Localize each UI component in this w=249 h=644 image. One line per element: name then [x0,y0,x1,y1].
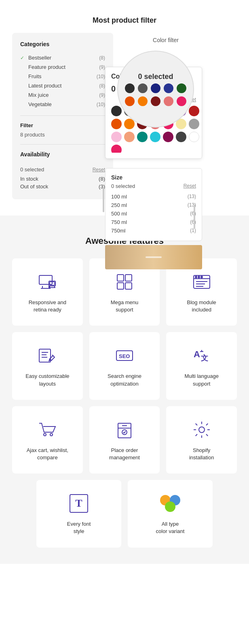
availability-selected: 0 selected [20,166,44,173]
size-name: 250 ml [111,202,127,208]
scroll-indicator [194,205,195,229]
feature-label: Ajax cart, wishlist,compare [27,447,68,461]
category-item[interactable]: ✓ Feature product (9) [20,62,105,72]
svg-point-32 [44,433,46,436]
category-name: Mix juice [28,92,49,98]
feature-label: Blog moduleincluded [187,299,216,313]
feature-label: Place ordermanagement [109,447,140,461]
size-selected: 0 selected [111,183,135,189]
product-image [105,245,202,269]
svg-text:SEO: SEO [119,353,130,359]
feature-card-shopify: Shopifyinstallation [166,406,237,473]
monitor-icon [36,271,59,293]
availability-label: Availability [20,151,50,158]
browser-icon [190,271,213,293]
colors-icon [159,492,181,515]
category-item[interactable]: ✓ Mix juice (9) [20,90,105,100]
stock-label: In stock [20,176,38,182]
cart-icon [36,418,59,441]
feature-card-cart: Ajax cart, wishlist,compare [12,406,83,473]
size-name: 500 ml [111,211,127,217]
svg-rect-0 [39,275,52,284]
svg-rect-21 [39,349,51,362]
stock-item[interactable]: Out of stock (3) [20,183,105,190]
feature-card-customizable: Easy customizablelayouts [12,332,83,399]
size-item[interactable]: 750 ml (6) [111,218,196,226]
size-item[interactable]: 250 ml (13) [111,201,196,209]
divider1 [20,115,105,116]
svg-point-37 [199,427,205,433]
svg-point-17 [201,276,203,278]
feature-label: Every fontstyle [67,520,91,535]
size-count: (13) [188,194,196,200]
svg-point-16 [198,276,200,278]
size-item[interactable]: 500 ml (6) [111,209,196,218]
color-swatch[interactable] [111,106,122,116]
color-swatch[interactable] [163,132,173,142]
check-icon: ✓ [20,55,26,61]
color-circle-green [165,501,175,512]
stock-item[interactable]: In stock (8) [20,176,105,182]
color-swatch[interactable] [150,132,160,142]
svg-rect-9 [117,275,124,281]
category-item[interactable]: ✓ Fruits (10) [20,72,105,81]
size-name: 750 ml [111,219,127,225]
svg-text:文: 文 [201,354,208,362]
feature-card-responsive: Responsive andretina ready [12,258,83,326]
feature-card-font: T Every fontstyle [36,480,121,547]
feature-label: Easy customizablelayouts [25,373,69,387]
package-icon [113,418,136,441]
size-selected-row: 0 selected Reset [111,183,196,189]
size-name: 750ml [111,228,125,234]
svg-point-15 [195,276,197,278]
settings-icon [190,418,213,441]
color-swatch[interactable] [111,132,122,142]
color-swatch[interactable] [189,106,199,116]
availability-header: Availability [20,151,105,163]
feature-card-color-variant: All typecolor variant [128,480,213,547]
magnifier-circle: 0 selected [117,51,194,128]
size-name: 100 ml [111,194,127,200]
size-item[interactable]: 750ml (1) [111,226,196,235]
color-swatch[interactable] [111,119,122,129]
filter-label: Filter [20,122,105,128]
color-swatch[interactable] [189,119,199,129]
feature-label: Multi languagesupport [184,373,219,387]
size-title: Size [111,174,196,181]
products-count: 8 products [20,132,105,138]
features-grid: Responsive andretina ready Mega menusupp… [12,258,237,473]
size-panel: Size 0 selected Reset 100 ml (13) 250 ml… [105,168,202,241]
seo-icon: SEO [113,344,136,367]
right-filter-area: Color filter Col 0 selected Reset [93,37,238,239]
svg-text:A: A [194,349,200,359]
color-swatch[interactable] [176,132,186,142]
color-filter-title: Color filter [93,37,238,43]
edit-icon [36,344,59,367]
category-item[interactable]: ✓ Latest product (8) [20,81,105,90]
size-item[interactable]: 100 ml (13) [111,192,196,201]
color-swatch[interactable] [137,132,148,142]
category-name: Fruits [28,73,42,79]
feature-card-multilang: A 文 Multi languagesupport [166,332,237,399]
features-bottom: T Every fontstyle All typecolor variant [12,480,237,547]
feature-label: Shopifyinstallation [189,447,214,461]
category-item[interactable]: ✓ Bestseller (8) [20,53,105,62]
stock-label: Out of stock [20,183,48,190]
svg-rect-10 [125,275,132,281]
feature-card-seo: SEO Search engineoptimization [89,332,160,399]
grid-icon [113,271,136,293]
availability-selected-row: 0 selected Reset [20,166,105,173]
color-swatch[interactable] [111,145,122,153]
feature-label: Search engineoptimization [108,373,141,387]
color-swatch[interactable] [124,132,135,142]
divider2 [20,144,105,145]
svg-point-33 [50,433,53,436]
color-swatch[interactable] [189,132,199,142]
category-name: Bestseller [28,55,51,61]
category-item[interactable]: ✓ Vegetable (10) [20,100,105,109]
category-name: Latest product [28,83,61,89]
svg-rect-11 [117,283,124,289]
category-name: Vegetable [28,101,52,107]
feature-label: All typecolor variant [156,520,185,535]
size-reset[interactable]: Reset [184,183,196,189]
